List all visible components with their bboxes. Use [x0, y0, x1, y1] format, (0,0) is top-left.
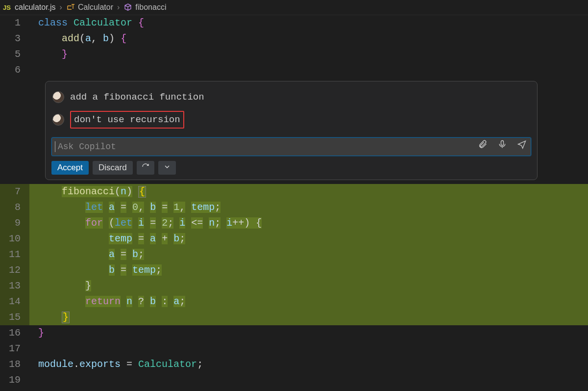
- code-line[interactable]: 7 fibonacci(n) {: [0, 184, 588, 200]
- code-content[interactable]: }: [29, 310, 588, 325]
- discard-button[interactable]: Discard: [93, 161, 133, 175]
- breadcrumb: JS calculator.js › Calculator › fibonacc…: [0, 0, 588, 15]
- send-icon[interactable]: [517, 139, 527, 155]
- chat-message: don't use recursion: [51, 108, 531, 131]
- code-line[interactable]: 11 a = b;: [0, 247, 588, 262]
- code-content[interactable]: [29, 372, 588, 388]
- code-line[interactable]: 8 let a = 0, b = 1, temp;: [0, 200, 588, 215]
- svg-text:JS: JS: [3, 4, 11, 11]
- chat-message-text: don't use recursion: [70, 111, 184, 129]
- code-content[interactable]: add(a, b) {: [29, 31, 588, 47]
- code-line[interactable]: 13 }: [0, 278, 588, 294]
- line-number: 14: [0, 294, 29, 310]
- code-line[interactable]: 14 return n ? b : a;: [0, 294, 588, 310]
- code-content[interactable]: }: [29, 47, 588, 62]
- line-number: 12: [0, 262, 29, 278]
- code-content[interactable]: class Calculator {: [29, 15, 588, 31]
- code-line[interactable]: 16}: [0, 325, 588, 341]
- code-line[interactable]: 19: [0, 372, 588, 388]
- line-number: 11: [0, 247, 29, 262]
- code-content[interactable]: fibonacci(n) {: [29, 184, 588, 200]
- code-content[interactable]: a = b;: [29, 247, 588, 262]
- code-line[interactable]: 18module.exports = Calculator;: [0, 357, 588, 372]
- chat-message: add a fibonacci function: [51, 86, 531, 108]
- code-content[interactable]: }: [29, 278, 588, 294]
- chevron-right-icon: ›: [60, 3, 62, 12]
- accept-button[interactable]: Accept: [51, 161, 89, 175]
- user-avatar-icon: [52, 91, 64, 103]
- code-content[interactable]: b = temp;: [29, 262, 588, 278]
- user-avatar-icon: [52, 114, 64, 126]
- line-number: 13: [0, 278, 29, 294]
- code-content[interactable]: [29, 341, 588, 357]
- breadcrumb-method[interactable]: fibonacci: [135, 3, 166, 12]
- line-number: 1: [0, 15, 29, 31]
- line-number: 9: [0, 215, 29, 231]
- svg-rect-1: [501, 141, 504, 146]
- code-line[interactable]: 3 add(a, b) {: [0, 31, 588, 47]
- chevron-right-icon: ›: [117, 3, 120, 12]
- method-icon: [123, 3, 132, 12]
- copilot-input[interactable]: Ask Copilot: [51, 137, 531, 156]
- line-number: 15: [0, 310, 29, 325]
- code-editor[interactable]: 1class Calculator {3 add(a, b) {5 }6 add…: [0, 15, 588, 388]
- code-line[interactable]: 1class Calculator {: [0, 15, 588, 31]
- line-number: 18: [0, 357, 29, 372]
- paperclip-icon[interactable]: [478, 139, 488, 155]
- line-number: 10: [0, 231, 29, 247]
- text-caret-icon: [55, 141, 55, 152]
- copilot-input-placeholder: Ask Copilot: [58, 139, 478, 155]
- code-line[interactable]: 9 for (let i = 2; i <= n; i++) {: [0, 215, 588, 231]
- code-content[interactable]: let a = 0, b = 1, temp;: [29, 200, 588, 215]
- code-line[interactable]: 15 }: [0, 310, 588, 325]
- breadcrumb-class[interactable]: Calculator: [78, 3, 113, 12]
- code-content[interactable]: return n ? b : a;: [29, 294, 588, 310]
- line-number: 3: [0, 31, 29, 47]
- code-line[interactable]: 5 }: [0, 47, 588, 62]
- line-number: 5: [0, 47, 29, 62]
- microphone-icon[interactable]: [497, 139, 507, 155]
- line-number: 8: [0, 200, 29, 215]
- refresh-icon: [142, 163, 149, 173]
- class-icon: [66, 3, 75, 12]
- regenerate-button[interactable]: [137, 161, 154, 175]
- js-file-icon: JS: [3, 3, 12, 12]
- code-line[interactable]: 17: [0, 341, 588, 357]
- line-number: 16: [0, 325, 29, 341]
- more-actions-button[interactable]: [158, 161, 176, 175]
- code-content[interactable]: [29, 62, 588, 78]
- copilot-action-row: Accept Discard: [51, 161, 531, 175]
- line-number: 19: [0, 372, 29, 388]
- chevron-down-icon: [163, 163, 171, 173]
- chat-message-text: add a fibonacci function: [70, 89, 204, 105]
- code-line[interactable]: 6: [0, 62, 588, 78]
- line-number: 6: [0, 62, 29, 78]
- line-number: 17: [0, 341, 29, 357]
- breadcrumb-file[interactable]: calculator.js: [15, 3, 56, 12]
- line-number: 7: [0, 184, 29, 200]
- code-content[interactable]: module.exports = Calculator;: [29, 357, 588, 372]
- code-content[interactable]: }: [29, 325, 588, 341]
- code-content[interactable]: temp = a + b;: [29, 231, 588, 247]
- code-line[interactable]: 12 b = temp;: [0, 262, 588, 278]
- code-content[interactable]: for (let i = 2; i <= n; i++) {: [29, 215, 588, 231]
- code-line[interactable]: 10 temp = a + b;: [0, 231, 588, 247]
- copilot-inline-panel: add a fibonacci function don't use recur…: [45, 81, 538, 180]
